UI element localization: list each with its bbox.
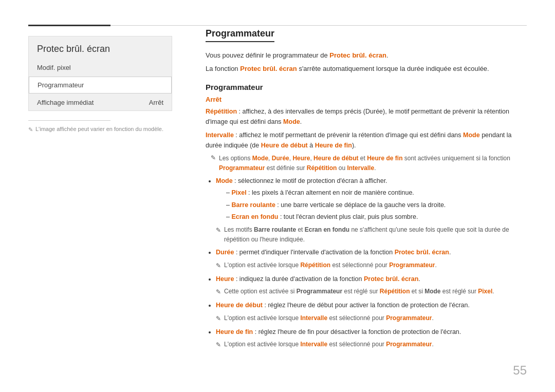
sidebar-box: Protec brûl. écran Modif. pixel Programm… [28, 36, 172, 111]
note-duree: ✎ L'option est activée lorsque Répétitio… [216, 260, 527, 271]
sub-item-ecran: Ecran en fondu : tout l'écran devient pl… [226, 212, 527, 222]
bullet-heure-fin: Heure de fin : réglez l'heure de fin pou… [216, 327, 527, 350]
note-heure-fin: ✎ L'option est activée lorsque Intervall… [216, 340, 527, 350]
sidebar-item-label: Affichage immédiat [37, 99, 94, 106]
sidebar-item-modif-pixel[interactable]: Modif. pixel [29, 60, 172, 76]
note-icon-2: ✎ [216, 226, 221, 236]
bullet-heure: Heure : indiquez la durée d'activation d… [216, 274, 527, 297]
sidebar-note-text: L'image affichée peut varier en fonction… [35, 126, 163, 132]
page-number: 55 [513, 363, 527, 378]
note-heure: ✎ Cette option est activée si Programmat… [216, 287, 527, 297]
repetition-para: Répétition : affichez, à des intervalles… [206, 106, 527, 127]
bullet-duree: Durée : permet d'indiquer l'intervalle d… [216, 247, 527, 271]
subsection-title: Programmateur [206, 83, 527, 91]
note-icon-4: ✎ [216, 287, 221, 297]
note-heure-debut: ✎ L'option est activée lorsque Intervall… [216, 313, 527, 324]
sidebar-item-value: Arrêt [149, 99, 163, 106]
bullet-heure-debut: Heure de début : réglez l'heure de début… [216, 300, 527, 324]
bullet-mode: Mode : sélectionnez le motif de protecti… [216, 176, 527, 245]
note-icon-3: ✎ [216, 261, 221, 271]
top-bar [28, 25, 527, 26]
page-title: Programmateur [206, 28, 527, 50]
sub-item-pixel: Pixel : les pixels à l'écran alternent e… [226, 188, 527, 198]
top-bar-accent [28, 25, 110, 26]
note-icon-5: ✎ [216, 314, 221, 324]
main-bullet-list: Mode : sélectionnez le motif de protecti… [216, 176, 527, 350]
sidebar-item-programmateur[interactable]: Programmateur [29, 77, 172, 94]
main-content: Programmateur Vous pouvez définir le pro… [206, 28, 527, 353]
note-pencil-icon: ✎ [28, 126, 33, 133]
sidebar-item-affichage[interactable]: Affichage immédiat Arrêt [29, 95, 172, 110]
note-icon-6: ✎ [216, 340, 221, 350]
note-icon-1: ✎ [211, 154, 216, 161]
sidebar-divider [28, 120, 110, 121]
note-barre-ecran: ✎ Les motifs Barre roulante et Ecran en … [216, 225, 527, 245]
intro-paragraph-1: Vous pouvez définir le programmateur de … [206, 50, 527, 61]
intervalle-para: Intervalle : affichez le motif permettan… [206, 130, 527, 151]
top-bar-line [110, 25, 527, 26]
sidebar-note: ✎ L'image affichée peut varier en foncti… [28, 126, 172, 133]
intro-paragraph-2: La fonction Protec brûl. écran s'arrête … [206, 64, 527, 74]
status-label: Arrêt [206, 96, 527, 103]
sub-item-barre: Barre roulante : une barre verticale se … [226, 200, 527, 211]
sidebar-title: Protec brûl. écran [29, 36, 172, 60]
note-options: ✎ Les options Mode, Durée, Heure, Heure … [211, 154, 527, 173]
sidebar: Protec brûl. écran Modif. pixel Programm… [28, 36, 172, 133]
sub-list-mode: Pixel : les pixels à l'écran alternent e… [226, 188, 527, 222]
